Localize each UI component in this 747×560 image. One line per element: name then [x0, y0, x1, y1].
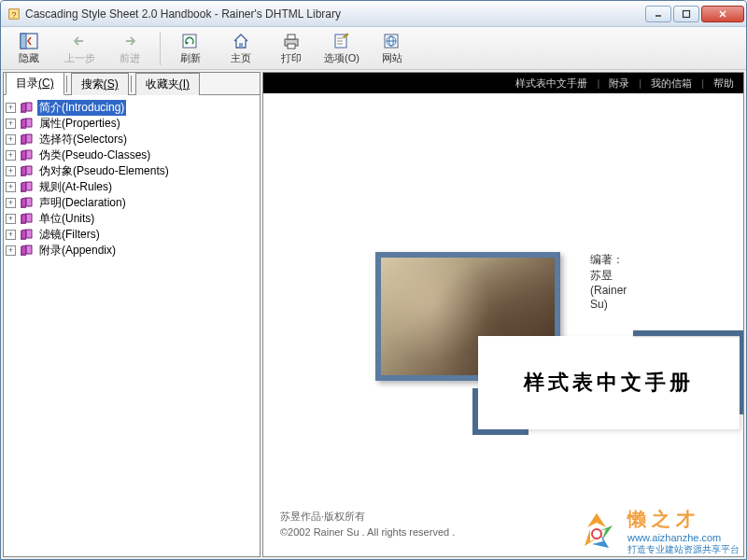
book-icon	[20, 117, 35, 130]
close-button[interactable]	[701, 6, 744, 22]
watermark-title: 懒之才	[627, 507, 740, 532]
book-icon	[20, 164, 35, 177]
refresh-icon	[180, 32, 201, 50]
sidebar: 目录(C) 搜索(S) 收藏夹(I) +简介(Introducing)+属性(P…	[3, 72, 261, 557]
tab-favorites[interactable]: 收藏夹(I)	[135, 73, 200, 95]
titlebar[interactable]: ? Cascading Style Sheet 2.0 Handbook - R…	[1, 1, 746, 27]
tree-item[interactable]: +伪对象(Pseudo-Elements)	[6, 163, 258, 178]
watermark-logo-icon	[573, 509, 620, 555]
tab-key: (I)	[179, 77, 190, 91]
expand-icon[interactable]: +	[6, 134, 16, 145]
tree-item[interactable]: +简介(Introducing)	[6, 100, 258, 115]
window-title: Cascading Style Sheet 2.0 Handbook - Rai…	[25, 7, 645, 21]
tree-item[interactable]: +滤镜(Filters)	[6, 227, 258, 242]
tab-separator	[66, 76, 67, 92]
options-button[interactable]: 选项(O)	[319, 29, 364, 68]
tree-item[interactable]: +选择符(Selectors)	[6, 132, 258, 147]
tab-key: (S)	[104, 77, 119, 91]
svg-rect-8	[183, 35, 196, 48]
sidebar-tabs: 目录(C) 搜索(S) 收藏夹(I)	[4, 73, 260, 95]
book-icon	[20, 101, 35, 114]
tree-item[interactable]: +单位(Units)	[6, 211, 258, 226]
tree-item-label: 简介(Introducing)	[37, 100, 126, 116]
body-area: 目录(C) 搜索(S) 收藏夹(I) +简介(Introducing)+属性(P…	[1, 70, 746, 559]
expand-icon[interactable]: +	[6, 214, 16, 224]
home-button[interactable]: 主页	[218, 29, 263, 68]
tree-item[interactable]: +伪类(Pseudo-Classes)	[6, 147, 258, 162]
content-pane: 样式表中文手册 | 附录 | 我的信箱 | 帮助 编著：苏昱(Rainer Su…	[262, 72, 744, 557]
toolbar-label: 上一步	[64, 51, 95, 65]
expand-icon[interactable]: +	[6, 230, 16, 240]
tree-item[interactable]: +规则(At-Rules)	[6, 179, 258, 194]
hide-button[interactable]: 隐藏	[7, 29, 51, 68]
toolbar-label: 网站	[382, 51, 402, 65]
expand-icon[interactable]: +	[6, 150, 16, 161]
book-icon	[20, 244, 35, 257]
tab-separator	[131, 76, 132, 92]
nav-separator: |	[701, 77, 704, 89]
book-icon	[20, 133, 35, 146]
print-icon	[281, 32, 302, 50]
nav-link-mailbox[interactable]: 我的信箱	[651, 77, 692, 91]
tab-label: 目录	[16, 77, 38, 90]
website-icon	[382, 32, 402, 50]
toolbar-label: 选项(O)	[324, 51, 359, 65]
tab-key: (C)	[38, 77, 54, 90]
hero-title: 样式表中文手册	[524, 369, 694, 397]
tree-item-label: 属性(Properties)	[37, 116, 122, 132]
minimize-button[interactable]	[645, 6, 671, 22]
refresh-button[interactable]: 刷新	[168, 29, 213, 68]
svg-rect-12	[288, 44, 295, 49]
expand-icon[interactable]: +	[6, 245, 16, 256]
svg-rect-11	[288, 35, 295, 39]
tree-item-label: 选择符(Selectors)	[37, 132, 129, 147]
expand-icon[interactable]: +	[6, 119, 16, 129]
hero-block: 编著：苏昱(Rainer Su) 样式表中文手册	[375, 252, 560, 381]
book-icon	[20, 196, 35, 209]
tree-item[interactable]: +属性(Properties)	[6, 116, 258, 131]
corner-decoration	[472, 388, 478, 435]
hero-title-box: 样式表中文手册	[478, 336, 740, 429]
options-icon	[331, 32, 352, 50]
toolbar-label: 主页	[231, 51, 251, 65]
footer-text: 苏昱作品·版权所有 ©2002 Rainer Su . All rights r…	[280, 509, 455, 541]
website-button[interactable]: 网站	[370, 29, 415, 68]
tree-item[interactable]: +附录(Appendix)	[6, 243, 258, 258]
tree-item-label: 滤镜(Filters)	[37, 227, 102, 243]
tab-search[interactable]: 搜索(S)	[71, 73, 129, 95]
nav-link-manual[interactable]: 样式表中文手册	[515, 77, 587, 91]
maximize-button[interactable]	[673, 6, 699, 22]
book-icon	[20, 228, 35, 241]
forward-button: 前进	[107, 29, 152, 68]
watermark-subtitle: 打造专业建站资源共享平台	[627, 543, 740, 556]
nav-link-appendix[interactable]: 附录	[609, 77, 629, 91]
print-button[interactable]: 打印	[269, 29, 314, 68]
toolbar-label: 刷新	[180, 51, 201, 65]
footer-line2: ©2002 Rainer Su . All rights reserved .	[280, 525, 455, 541]
toc-tree[interactable]: +简介(Introducing)+属性(Properties)+选择符(Sele…	[4, 95, 260, 556]
app-window: ? Cascading Style Sheet 2.0 Handbook - R…	[0, 0, 747, 560]
tree-item[interactable]: +声明(Declaration)	[6, 195, 258, 210]
expand-icon[interactable]: +	[6, 166, 16, 176]
toolbar-label: 前进	[120, 51, 140, 65]
expand-icon[interactable]: +	[6, 198, 16, 208]
footer-line1: 苏昱作品·版权所有	[280, 509, 455, 525]
expand-icon[interactable]: +	[6, 103, 16, 113]
back-button: 上一步	[57, 29, 102, 68]
tab-label: 收藏夹	[146, 77, 179, 91]
content-nav: 样式表中文手册 | 附录 | 我的信箱 | 帮助	[263, 73, 743, 93]
nav-link-help[interactable]: 帮助	[713, 77, 734, 91]
book-icon	[20, 148, 35, 161]
watermark-url: www.aizhanzhe.com	[627, 532, 740, 543]
book-icon	[20, 180, 35, 193]
author-line: 编著：苏昱(Rainer Su)	[590, 252, 627, 312]
tab-toc[interactable]: 目录(C)	[6, 72, 64, 95]
corner-decoration	[472, 429, 529, 435]
hide-pane-icon	[19, 32, 39, 50]
expand-icon[interactable]: +	[6, 182, 16, 192]
toolbar: 隐藏 上一步 前进 刷新 主页 打印 选项(O) 网站	[1, 27, 746, 70]
svg-rect-7	[21, 34, 26, 49]
watermark-text: 懒之才 www.aizhanzhe.com 打造专业建站资源共享平台	[627, 507, 740, 556]
svg-text:?: ?	[11, 9, 16, 19]
tab-label: 搜索	[81, 77, 104, 91]
